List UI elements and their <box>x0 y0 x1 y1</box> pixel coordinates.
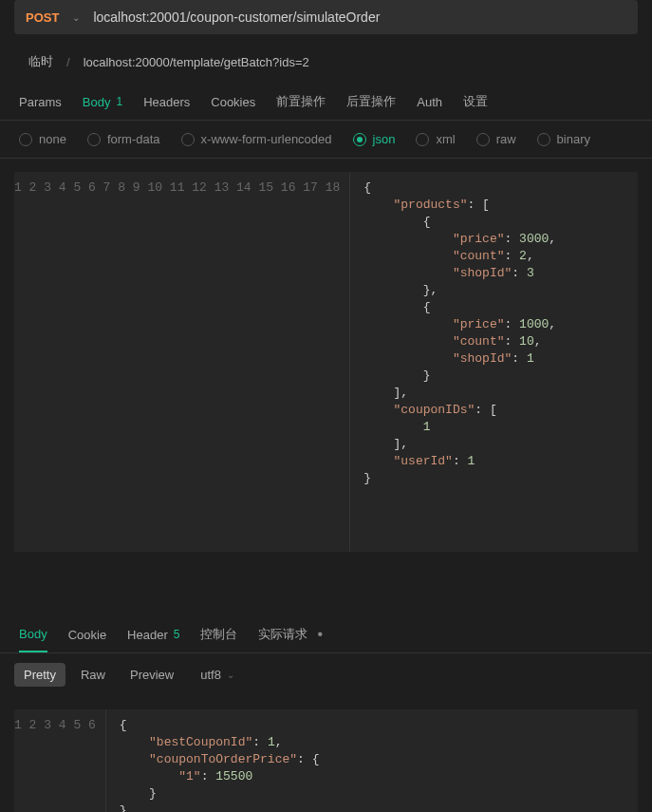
radio-none[interactable]: none <box>19 132 66 146</box>
radio-binary-label: binary <box>557 132 590 146</box>
encoding-select[interactable]: utf8 ⌄ <box>200 668 234 682</box>
radio-icon <box>416 133 429 146</box>
line-gutter: 1 2 3 4 5 6 <box>14 709 106 812</box>
response-body-viewer[interactable]: 1 2 3 4 5 6 { "bestCouponId": 1, "coupon… <box>14 709 638 812</box>
radio-raw-label: raw <box>496 132 516 146</box>
radio-icon <box>476 133 490 146</box>
radio-icon <box>537 133 550 146</box>
response-tabs: Body Cookie Header 5 控制台 实际请求 • <box>0 616 652 653</box>
radio-urlencoded-label: x-www-form-urlencoded <box>201 132 332 146</box>
response-toolbar: Pretty Raw Preview utf8 ⌄ <box>0 653 652 696</box>
chevron-down-icon[interactable]: ⌄ <box>72 12 80 23</box>
tab-auth[interactable]: Auth <box>417 87 442 119</box>
response-tab-actual-request[interactable]: 实际请求 • <box>258 616 323 652</box>
radio-urlencoded[interactable]: x-www-form-urlencoded <box>181 132 332 146</box>
breadcrumb-separator: / <box>66 55 70 69</box>
line-gutter: 1 2 3 4 5 6 7 8 9 10 11 12 13 14 15 16 1… <box>14 172 350 552</box>
code-content[interactable]: { "products": [ { "price": 3000, "count"… <box>350 172 638 552</box>
url-input[interactable]: localhost:20001/coupon-customer/simulate… <box>93 9 380 25</box>
breadcrumb-path[interactable]: localhost:20000/template/getBatch?ids=2 <box>84 55 309 69</box>
tab-headers[interactable]: Headers <box>143 87 190 119</box>
radio-xml[interactable]: xml <box>416 132 455 146</box>
request-url-bar: POST ⌄ localhost:20001/coupon-customer/s… <box>14 0 638 34</box>
radio-icon <box>19 133 32 146</box>
radio-xml-label: xml <box>436 132 455 146</box>
body-type-radios: none form-data x-www-form-urlencoded jso… <box>0 121 652 159</box>
tab-body-count: 1 <box>116 95 122 108</box>
tab-body-label: Body <box>83 95 111 109</box>
radio-form-data[interactable]: form-data <box>87 132 160 146</box>
encoding-label: utf8 <box>200 668 221 682</box>
radio-json[interactable]: json <box>353 132 396 146</box>
breadcrumb: 临时 / localhost:20000/template/getBatch?i… <box>0 44 652 85</box>
chevron-down-icon: ⌄ <box>227 670 234 680</box>
tab-settings[interactable]: 设置 <box>463 85 488 120</box>
radio-none-label: none <box>39 132 66 146</box>
view-pretty-button[interactable]: Pretty <box>14 663 65 687</box>
radio-form-data-label: form-data <box>107 132 160 146</box>
response-tab-body[interactable]: Body <box>19 617 47 652</box>
radio-binary[interactable]: binary <box>537 132 590 146</box>
tab-params[interactable]: Params <box>19 87 62 119</box>
response-tab-actual-label: 实际请求 <box>258 626 307 643</box>
breadcrumb-folder[interactable]: 临时 <box>28 53 53 70</box>
view-raw-button[interactable]: Raw <box>71 663 115 687</box>
response-tab-header-label: Header <box>127 628 168 642</box>
code-content: { "bestCouponId": 1, "couponToOrderPrice… <box>106 709 638 812</box>
tab-post-request[interactable]: 后置操作 <box>346 85 396 120</box>
radio-icon <box>181 133 195 146</box>
tab-cookies[interactable]: Cookies <box>211 87 255 119</box>
radio-icon <box>87 133 101 146</box>
response-tab-cookie[interactable]: Cookie <box>68 618 106 651</box>
radio-json-label: json <box>373 132 396 146</box>
radio-raw[interactable]: raw <box>476 132 516 146</box>
request-body-editor[interactable]: 1 2 3 4 5 6 7 8 9 10 11 12 13 14 15 16 1… <box>14 172 638 552</box>
view-preview-button[interactable]: Preview <box>121 663 183 687</box>
tab-body[interactable]: Body 1 <box>83 87 122 119</box>
request-tabs: Params Body 1 Headers Cookies 前置操作 后置操作 … <box>0 85 652 121</box>
http-method-select[interactable]: POST <box>26 10 59 25</box>
radio-icon <box>353 133 366 146</box>
response-tab-header-count: 5 <box>174 628 180 641</box>
response-tab-console[interactable]: 控制台 <box>200 616 237 652</box>
response-tab-header[interactable]: Header 5 <box>127 618 179 651</box>
tab-pre-request[interactable]: 前置操作 <box>276 85 326 120</box>
